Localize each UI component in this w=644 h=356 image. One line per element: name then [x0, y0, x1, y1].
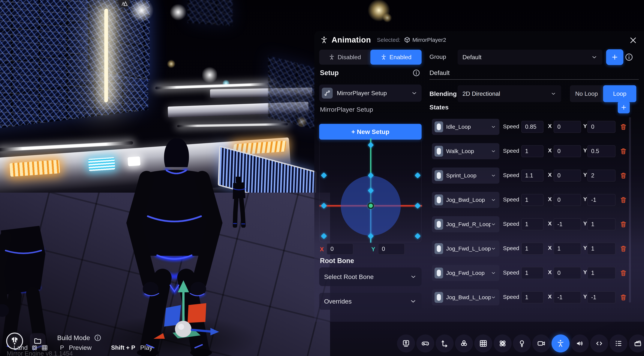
state-y-input[interactable]: [587, 145, 616, 157]
state-dropdown[interactable]: Jog_Bwd_Loop: [432, 192, 500, 208]
selected-object: MirrorPlayer2: [404, 36, 446, 43]
state-y-input[interactable]: [587, 243, 616, 255]
engine-version: Mirror Engine v8.1.1454: [7, 350, 73, 356]
state-x-input[interactable]: [554, 218, 581, 230]
animation-person-icon[interactable]: [552, 335, 570, 353]
setup-info-icon[interactable]: [412, 68, 421, 77]
state-x-label: X: [548, 220, 552, 227]
spawn-point-icon[interactable]: [397, 335, 415, 353]
group-info-icon[interactable]: [624, 52, 634, 62]
overrides-section[interactable]: Overrides: [319, 293, 422, 310]
delete-state-button[interactable]: [619, 220, 628, 229]
chevron-down-icon: [491, 295, 496, 300]
video-camera-icon[interactable]: [532, 335, 550, 353]
build-mode-info-icon[interactable]: [94, 334, 102, 342]
state-dropdown[interactable]: Idle_Loop: [432, 119, 500, 135]
delete-state-button[interactable]: [619, 171, 628, 180]
gizmo-center-sphere[interactable]: [175, 321, 192, 337]
state-y-input[interactable]: [587, 121, 616, 133]
delete-state-button[interactable]: [619, 269, 628, 278]
cinematic-clapper-icon[interactable]: [629, 335, 644, 353]
blend-state-point[interactable]: [415, 172, 421, 179]
group-label: Group: [430, 53, 446, 60]
gizmo-axis-left[interactable]: [153, 333, 165, 339]
close-button[interactable]: [628, 35, 638, 45]
add-group-button[interactable]: [606, 49, 623, 65]
gizmo-plane-red[interactable]: [188, 303, 206, 323]
state-row: Jog_Bwd_Loop Speed X Y: [430, 192, 639, 208]
state-y-input[interactable]: [587, 267, 616, 279]
state-x-input[interactable]: [554, 243, 581, 255]
root-bone-dropdown[interactable]: Select Root Bone: [319, 267, 422, 286]
new-setup-button[interactable]: + New Setup: [319, 124, 422, 140]
blend-pad[interactable]: [319, 138, 422, 242]
blend-state-point[interactable]: [415, 203, 421, 209]
state-dropdown[interactable]: Walk_Loop: [432, 143, 500, 159]
state-x-input[interactable]: [554, 145, 581, 157]
blend-y-input[interactable]: [378, 243, 405, 255]
state-row: Idle_Loop Speed X Y: [430, 119, 639, 135]
disabled-button[interactable]: Disabled: [319, 50, 370, 65]
add-state-button[interactable]: [618, 101, 630, 113]
loop-button[interactable]: Loop: [603, 85, 636, 102]
delete-state-button[interactable]: [619, 195, 628, 204]
state-x-label: X: [548, 147, 552, 154]
code-brackets-icon[interactable]: [590, 335, 608, 353]
delete-state-button[interactable]: [619, 147, 628, 156]
particles-icon[interactable]: [455, 335, 473, 353]
blend-state-point[interactable]: [321, 172, 327, 179]
enabled-button[interactable]: Enabled: [370, 50, 422, 65]
setup-dropdown[interactable]: MirrorPlayer Setup: [319, 84, 422, 102]
state-x-input[interactable]: [554, 267, 581, 279]
blend-state-point[interactable]: [415, 233, 421, 239]
grid-table-icon[interactable]: [474, 335, 492, 353]
animation-thumbnail-icon: [434, 194, 443, 205]
blend-state-point[interactable]: [321, 233, 327, 239]
speed-input[interactable]: [521, 170, 544, 182]
no-loop-button[interactable]: No Loop: [570, 85, 603, 102]
physics-atom-icon[interactable]: [494, 335, 512, 353]
transform-axes-icon[interactable]: [436, 335, 454, 353]
speed-input[interactable]: [521, 218, 544, 230]
light-glow: [167, 59, 176, 68]
state-y-input[interactable]: [587, 218, 616, 230]
speed-input[interactable]: [521, 291, 544, 303]
lightbulb-icon[interactable]: [513, 335, 531, 353]
delete-state-button[interactable]: [619, 244, 628, 253]
state-y-input[interactable]: [587, 170, 616, 182]
state-dropdown[interactable]: Sprint_Loop: [432, 167, 500, 184]
state-dropdown[interactable]: Jog_Fwd_R_Loop: [432, 216, 500, 232]
state-x-input[interactable]: [554, 170, 581, 182]
speed-input[interactable]: [521, 194, 544, 206]
chevron-down-icon: [410, 298, 417, 305]
state-x-input[interactable]: [554, 291, 581, 303]
speed-input[interactable]: [521, 267, 544, 279]
hierarchy-tree-icon[interactable]: [610, 335, 628, 353]
delete-state-button[interactable]: [619, 293, 628, 302]
gamepad-icon[interactable]: [416, 335, 434, 353]
chevron-down-icon: [491, 173, 496, 178]
group-dropdown[interactable]: Default: [458, 50, 602, 65]
state-name-label: Jog_Fwd_R_Loop: [446, 221, 491, 227]
transform-gizmo[interactable]: [144, 275, 220, 339]
state-y-input[interactable]: [587, 194, 616, 206]
blend-state-point[interactable]: [368, 142, 374, 148]
states-scrollbar[interactable]: [629, 117, 631, 303]
play-label[interactable]: Play: [140, 344, 152, 351]
delete-state-button[interactable]: [619, 122, 628, 131]
audio-speaker-icon[interactable]: [571, 335, 589, 353]
state-x-input[interactable]: [554, 121, 581, 133]
speed-input[interactable]: [521, 145, 544, 157]
state-dropdown[interactable]: Jog_Bwd_L_Loop: [432, 289, 500, 305]
speed-input[interactable]: [521, 121, 544, 133]
blend-cursor[interactable]: [368, 203, 374, 209]
speed-input[interactable]: [521, 243, 544, 255]
state-y-input[interactable]: [587, 291, 616, 303]
bottom-toolbar: [397, 335, 644, 353]
state-x-input[interactable]: [554, 194, 581, 206]
blend-state-point[interactable]: [321, 203, 327, 209]
blending-dropdown[interactable]: 2D Directional: [458, 85, 561, 102]
state-dropdown[interactable]: Jog_Fwd_Loop: [432, 265, 500, 281]
state-dropdown[interactable]: Jog_Fwd_L_Loop: [432, 241, 500, 257]
blend-x-input[interactable]: [327, 243, 353, 255]
